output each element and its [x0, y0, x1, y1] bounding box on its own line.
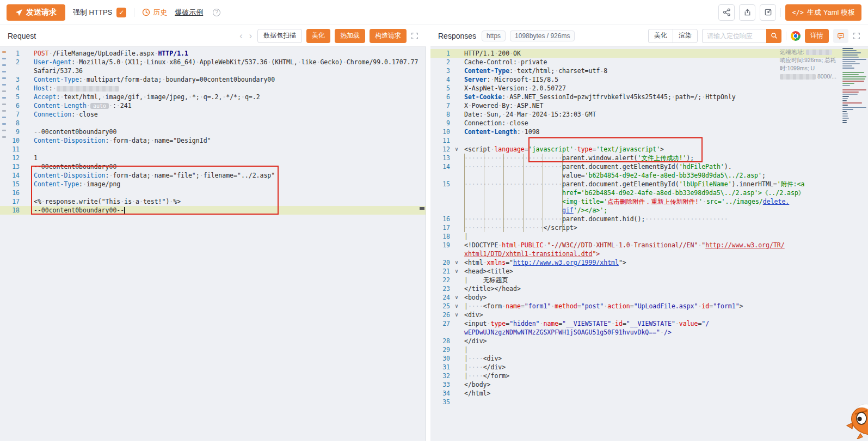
code-text: Date:·Sun,·24·Mar·2024·15:23:03·GMT	[461, 110, 868, 119]
beautify-button[interactable]: 美化	[306, 29, 330, 43]
code-line: 8Date:·Sun,·24·Mar·2024·15:23:03·GMT	[430, 110, 868, 119]
code-line: 9Connection:·close	[430, 119, 868, 127]
line-number	[430, 188, 452, 197]
response-editor[interactable]: 远端地址: 响应时间:926ms; 总耗时:1099ms; U 8000/...…	[430, 47, 868, 441]
import-button[interactable]	[760, 4, 776, 21]
packet-scan-button[interactable]: 数据包扫描	[257, 29, 302, 43]
code-text	[461, 398, 868, 406]
fold-gutter	[452, 188, 461, 197]
response-render-button[interactable]: 渲染	[673, 29, 698, 43]
chrome-icon[interactable]	[791, 31, 801, 41]
export-button[interactable]	[739, 4, 755, 21]
redacted-value	[57, 86, 119, 92]
code-text: <input·type="hidden"·name="__VIEWSTATE"·…	[461, 319, 868, 328]
send-request-button[interactable]: 发送请求	[7, 4, 65, 21]
request-editor[interactable]: 1POST·/FileManage/UpLoadFile.aspx·HTTP/1…	[0, 47, 426, 441]
code-line: 121	[0, 154, 426, 162]
code-text: value='b62b4854-d9e2-4afe-a8ed-bb33e98d9…	[461, 171, 868, 180]
response-beautify-button[interactable]: 美化	[648, 29, 673, 43]
code-line: 6Content-Length·auto·:·241	[0, 101, 426, 110]
fold-gutter	[452, 119, 461, 127]
help-icon[interactable]: ?	[213, 9, 220, 16]
fold-gutter	[452, 328, 461, 337]
response-panel: Responses https 1098bytes / 926ms 美化 渲染 …	[430, 25, 868, 444]
code-line: 1POST·/FileManage/UpLoadFile.aspx·HTTP/1…	[0, 49, 426, 58]
next-request-arrow[interactable]: ›	[248, 31, 253, 41]
code-text: ··························parent.documen…	[461, 162, 868, 171]
fold-gutter	[22, 136, 30, 145]
fold-chevron-icon[interactable]: ∨	[452, 311, 461, 319]
line-number	[430, 197, 452, 206]
fullscreen-icon[interactable]	[411, 32, 418, 40]
generate-yaml-button[interactable]: </> 生成 Yaml 模板	[785, 4, 861, 21]
fold-gutter	[22, 206, 30, 215]
code-line: href='b62b4854-d9e2-4afe-a8ed-bb33e98d9d…	[430, 188, 868, 197]
hot-reload-button[interactable]: 热加载	[335, 29, 365, 43]
code-text: |无标题页	[461, 276, 868, 284]
fold-gutter	[452, 197, 461, 206]
fold-gutter	[452, 380, 461, 389]
construct-request-button[interactable]: 构造请求	[370, 29, 407, 43]
fold-gutter	[452, 250, 461, 258]
force-https-checkbox[interactable]: ✓	[116, 8, 126, 17]
code-line: 2User-Agent:·Mozilla/5.0·(X11;·Linux·x86…	[0, 58, 426, 66]
response-fullscreen-icon[interactable]	[853, 32, 860, 40]
code-line: 25∨|····<form·name="form1"·method="post"…	[430, 302, 868, 311]
code-text: href='b62b4854-d9e2-4afe-a8ed-bb33e98d9d…	[461, 188, 868, 197]
code-line: 19<!DOCTYPE·html·PUBLIC·"-//W3C//DTD·XHT…	[430, 241, 868, 250]
fold-gutter	[452, 372, 461, 380]
share-nodes-icon	[723, 8, 731, 16]
fold-chevron-icon[interactable]: ∨	[452, 258, 461, 267]
code-text: </title></head>	[461, 284, 868, 293]
code-line: 11	[0, 145, 426, 154]
code-text: |	[461, 232, 868, 241]
search-input[interactable]	[702, 29, 766, 43]
line-number: 6	[430, 93, 452, 101]
blast-example-link[interactable]: 爆破示例	[175, 8, 203, 17]
divider	[780, 8, 781, 17]
fold-gutter	[22, 49, 30, 58]
fold-chevron-icon[interactable]: ∨	[452, 293, 461, 302]
line-number: 10	[430, 127, 452, 136]
search-button[interactable]	[766, 29, 781, 43]
line-number: 21	[430, 267, 452, 276]
line-number: 33	[430, 380, 452, 389]
fold-chevron-icon[interactable]: ∨	[452, 302, 461, 311]
fold-gutter	[452, 154, 461, 162]
line-number: 7	[430, 101, 452, 110]
details-button[interactable]: 详情	[805, 29, 829, 43]
fold-gutter	[452, 232, 461, 241]
share-button[interactable]	[718, 4, 735, 21]
fold-chevron-icon[interactable]: ∨	[452, 145, 461, 154]
code-text: Content-Length·auto·:·241	[30, 101, 426, 110]
response-minimap[interactable]	[842, 48, 867, 124]
history-button[interactable]: 历史	[142, 8, 167, 17]
fold-gutter	[22, 119, 30, 127]
code-text: --00content0boundary00--	[30, 206, 426, 215]
code-text: <body>	[461, 293, 868, 302]
code-text: </div>	[461, 337, 868, 345]
code-text: Content-Type:·multipart/form-data;·bound…	[30, 75, 426, 84]
line-number: 30	[430, 354, 452, 363]
fold-gutter	[22, 162, 30, 171]
fold-chevron-icon[interactable]: ∨	[452, 267, 461, 276]
code-text: |····</form>	[461, 372, 868, 380]
response-meta-overlay: 远端地址: 响应时间:926ms; 总耗时:1099ms; U 8000/...	[780, 48, 839, 81]
code-line: 31|····</div>	[430, 363, 868, 372]
line-number: 3	[430, 66, 452, 75]
divider	[786, 32, 786, 40]
prev-request-arrow[interactable]: ‹	[238, 31, 243, 41]
code-line: xhtml1/DTD/xhtml1-transitional.dtd">	[430, 250, 868, 258]
code-text: |····<div>	[461, 354, 868, 363]
code-line: 3Content-Type:·multipart/form-data;·boun…	[0, 75, 426, 84]
code-text: Content-Disposition:·form-data;·name="De…	[30, 136, 426, 145]
fold-gutter	[22, 75, 30, 84]
code-line: 17<%·response.write("This·is·a·test!")·%…	[0, 197, 426, 206]
feedback-button[interactable]	[833, 29, 848, 43]
line-number: 14	[430, 162, 452, 171]
code-text: Safari/537.36	[30, 66, 426, 75]
code-line: 9--00content0boundary00	[0, 127, 426, 136]
size-time-tag: 1098bytes / 926ms	[510, 31, 575, 41]
code-line: 21∨<head><title>	[430, 267, 868, 276]
line-number: 32	[430, 372, 452, 380]
